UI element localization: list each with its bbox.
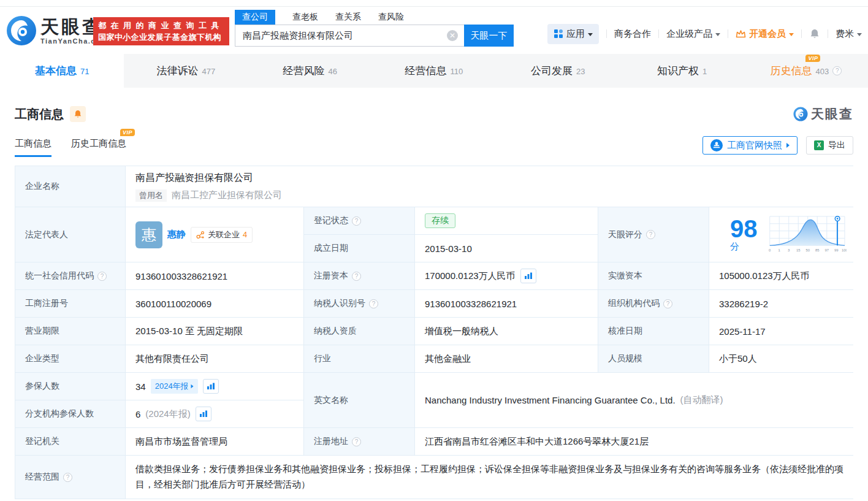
tab-business-info[interactable]: 经营信息 110	[372, 54, 496, 88]
svg-text:99: 99	[834, 248, 839, 252]
snapshot-label: 工商官网快照	[727, 140, 782, 151]
vip-badge: VIP	[120, 129, 135, 136]
bar-chart-icon	[207, 383, 215, 390]
tab-operational-risk[interactable]: 经营风险 46	[248, 54, 372, 88]
nav-vip-label: 开通会员	[749, 28, 786, 40]
chevron-down-icon	[789, 33, 794, 36]
nav-divider	[828, 29, 828, 38]
label-staff-size: 人员规模	[598, 345, 709, 372]
value-business-scope: 借款类担保业务；发行债券担保业务和其他融资担保业务；投标担保；工程履约担保；诉讼…	[126, 456, 856, 499]
legal-rep-name[interactable]: 惠静	[167, 229, 186, 240]
tab-label: 经营风险	[283, 64, 324, 78]
main-content: 工商信息 天眼查 工商信息	[0, 88, 868, 499]
tab-legal-litigation[interactable]: 法律诉讼 477	[124, 54, 248, 88]
help-icon[interactable]: ?	[663, 299, 672, 308]
value-approval-date: 2025-11-17	[709, 318, 856, 345]
clear-search-icon[interactable]: ✕	[447, 30, 458, 41]
help-icon[interactable]: ?	[352, 437, 361, 446]
svg-text:97: 97	[825, 248, 829, 252]
value-score: 98分	[709, 207, 856, 262]
search-tab-company[interactable]: 查公司	[235, 10, 275, 25]
related-companies-badge[interactable]: 关联企业 4	[191, 227, 253, 243]
tab-count: 477	[202, 67, 216, 76]
help-icon[interactable]: ?	[352, 272, 361, 281]
search-tab-boss[interactable]: 查老板	[292, 10, 318, 25]
company-name[interactable]: 南昌产投融资担保有限公司	[135, 172, 253, 185]
site-logo[interactable]: 天眼查 TianYanCha.com	[6, 15, 107, 46]
tab-label: 经营信息	[405, 64, 447, 78]
tab-count: 23	[576, 67, 585, 76]
nav-divider	[728, 29, 728, 38]
value-legal-rep: 惠 惠静 关联企业 4	[126, 207, 303, 262]
search-input[interactable]	[235, 25, 464, 47]
page: 天眼查 TianYanCha.com 都在用的商业查询工具 国家中小企业发展子基…	[0, 0, 868, 501]
nav-user-label: 费米	[836, 28, 854, 40]
value-taxpayer-id: 913601003328621921	[415, 290, 598, 317]
nav-apps[interactable]: 应用	[547, 24, 599, 44]
annual-report-label: 2024年报	[155, 381, 189, 392]
label-taxpayer-quality: 纳税人资质	[304, 318, 414, 345]
tab-label: 历史信息	[770, 65, 812, 77]
tab-history-info[interactable]: 历史信息 VIP 403 ?	[744, 54, 868, 88]
help-icon[interactable]: ?	[97, 272, 107, 281]
value-paid-capital: 105000.0123万人民币	[709, 262, 856, 289]
insured-trend-button[interactable]	[203, 379, 219, 394]
top-bar: 天眼查 TianYanCha.com 都在用的商业查询工具 国家中小企业发展子基…	[0, 7, 868, 54]
value-reg-authority: 南昌市市场监督管理局	[126, 428, 303, 455]
export-button[interactable]: X 导出	[806, 136, 853, 155]
subtab-label: 历史工商信息	[71, 138, 126, 148]
auto-translate-note: (自动翻译)	[680, 394, 723, 406]
value-industry: 其他金融业	[415, 345, 598, 372]
search-tab-risk[interactable]: 查风险	[378, 10, 404, 25]
help-icon[interactable]: ?	[369, 299, 378, 308]
nav-user[interactable]: 费米	[836, 28, 862, 40]
chevron-right-icon	[786, 143, 790, 148]
tab-label: 法律诉讼	[157, 64, 199, 78]
tianyancha-logo-icon	[793, 107, 808, 121]
subtab-history-business-info[interactable]: 历史工商信息 VIP	[71, 138, 126, 157]
tab-basic-info[interactable]: 基本信息 71	[0, 54, 124, 88]
monitor-bell-button[interactable]	[70, 106, 86, 122]
report-year-note: (2024年报)	[145, 408, 190, 420]
official-snapshot-button[interactable]: 工商官网快照	[702, 136, 798, 155]
apps-grid-icon	[554, 29, 563, 39]
nav-vip[interactable]: 开通会员	[736, 28, 794, 40]
tab-count: 110	[451, 67, 463, 76]
label-org-code: 组织机构代码 ?	[598, 290, 709, 317]
help-icon[interactable]: ?	[352, 216, 361, 226]
label-taxpayer-id: 纳税人识别号 ?	[304, 290, 414, 317]
help-icon[interactable]: ?	[63, 473, 72, 482]
nav-notifications[interactable]	[809, 28, 820, 39]
annual-report-badge[interactable]: 2024年报	[151, 379, 198, 394]
subtab-business-info[interactable]: 工商信息	[15, 138, 51, 157]
label-industry: 行业	[304, 345, 414, 372]
search-button[interactable]: 天眼一下	[464, 25, 514, 47]
watermark-text: 天眼查	[811, 105, 853, 123]
capital-trend-button[interactable]	[520, 269, 536, 283]
related-label: 关联企业	[208, 229, 240, 240]
help-icon[interactable]: ?	[832, 66, 842, 75]
label-reg-capital: 注册资本 ?	[304, 262, 414, 289]
value-staff-size: 小于50人	[709, 345, 856, 372]
bell-icon	[809, 28, 820, 39]
nav-enterprise-label: 企业级产品	[666, 28, 712, 40]
section-header: 工商信息 天眼查	[15, 105, 853, 123]
tab-count: 71	[80, 67, 89, 76]
bar-chart-icon	[524, 272, 533, 280]
help-icon[interactable]: ?	[646, 230, 655, 239]
label-business-scope: 经营范围 ?	[15, 456, 125, 499]
nav-enterprise[interactable]: 企业级产品	[666, 28, 720, 40]
tab-count: 46	[328, 67, 337, 76]
nav-cooperation[interactable]: 商务合作	[614, 28, 651, 40]
chevron-down-icon	[588, 33, 593, 36]
tab-company-development[interactable]: 公司发展 23	[496, 54, 620, 88]
label-credit-code: 统一社会信用代码 ?	[15, 262, 125, 289]
legal-rep-avatar[interactable]: 惠	[135, 221, 162, 248]
label-english-name: 英文名称	[304, 373, 414, 427]
search-block: 查公司 查老板 查关系 查风险 ✕ 天眼一下	[235, 8, 514, 47]
value-insured-count: 34 2024年报	[126, 373, 303, 400]
branch-insured-trend-button[interactable]	[196, 407, 211, 421]
tab-intellectual-property[interactable]: 知识产权 1	[620, 54, 744, 88]
svg-text:85: 85	[815, 248, 820, 252]
search-tab-relation[interactable]: 查关系	[335, 10, 361, 25]
